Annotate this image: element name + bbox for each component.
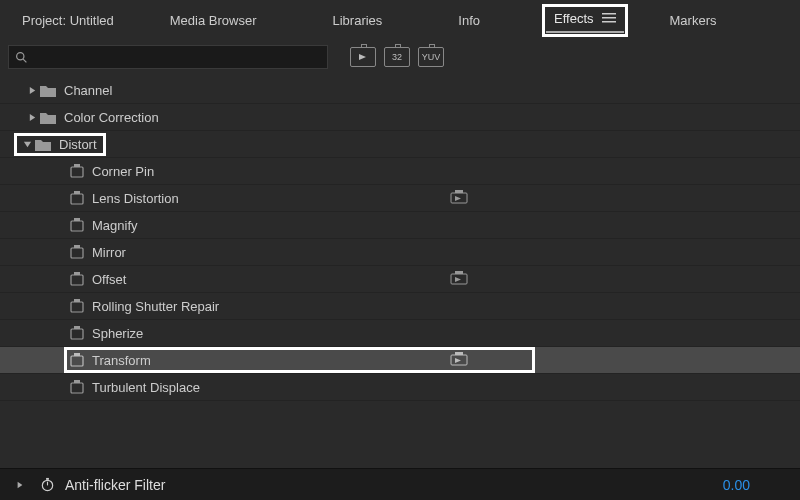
stopwatch-icon[interactable]: [40, 477, 55, 492]
svg-rect-25: [71, 302, 83, 312]
preset-icon: [70, 191, 84, 205]
svg-marker-6: [29, 86, 34, 93]
folder-channel[interactable]: Channel: [0, 77, 800, 104]
preset-icon: [70, 380, 84, 394]
svg-rect-26: [74, 299, 80, 302]
tab-info[interactable]: Info: [444, 7, 494, 34]
effect-label: Rolling Shutter Repair: [92, 299, 219, 314]
svg-rect-18: [71, 248, 83, 258]
svg-rect-1: [602, 17, 616, 19]
gpu-accel-icon: [450, 271, 468, 288]
svg-rect-19: [74, 245, 80, 248]
search-input[interactable]: [32, 46, 321, 68]
tab-project[interactable]: Project: Untitled: [8, 7, 128, 34]
panel-tab-bar: Project: Untitled Media Browser Librarie…: [0, 0, 800, 41]
property-label: Anti-flicker Filter: [65, 477, 723, 493]
svg-rect-23: [455, 271, 463, 274]
svg-rect-2: [602, 21, 616, 23]
preset-icon: [70, 299, 84, 313]
svg-rect-14: [455, 190, 463, 193]
folder-label: Distort: [59, 137, 97, 152]
svg-rect-35: [74, 380, 80, 383]
tab-libraries[interactable]: Libraries: [318, 7, 396, 34]
effect-lens-distortion[interactable]: Lens Distortion: [0, 185, 800, 212]
folder-label: Channel: [64, 83, 112, 98]
effect-rolling-shutter-repair[interactable]: Rolling Shutter Repair: [0, 293, 800, 320]
svg-rect-30: [74, 353, 80, 356]
svg-marker-8: [23, 141, 30, 146]
svg-rect-29: [71, 356, 83, 366]
gpu-accel-icon: [450, 190, 468, 207]
svg-rect-17: [74, 218, 80, 221]
chevron-down-icon: [19, 140, 35, 149]
effect-controls-row: Anti-flicker Filter 0.00: [0, 468, 800, 500]
tab-media-browser[interactable]: Media Browser: [156, 7, 271, 34]
svg-rect-32: [455, 352, 463, 355]
svg-marker-5: [359, 54, 366, 60]
svg-rect-38: [46, 478, 49, 480]
effect-label: Turbulent Displace: [92, 380, 200, 395]
effect-transform[interactable]: Transform: [0, 347, 800, 374]
search-toolbar: 32 YUV: [0, 41, 800, 77]
gpu-accel-icon: [450, 352, 468, 369]
preset-icon: [70, 164, 84, 178]
property-value[interactable]: 0.00: [723, 477, 750, 493]
svg-rect-9: [71, 167, 83, 177]
effect-label: Corner Pin: [92, 164, 154, 179]
svg-rect-28: [74, 326, 80, 329]
effects-tree: Channel Color Correction Distort Corner …: [0, 77, 800, 401]
effect-spherize[interactable]: Spherize: [0, 320, 800, 347]
filter-32bit-icon[interactable]: 32: [384, 47, 410, 67]
svg-marker-36: [18, 481, 23, 487]
svg-point-3: [17, 52, 24, 59]
effect-corner-pin[interactable]: Corner Pin: [0, 158, 800, 185]
effect-label: Offset: [92, 272, 126, 287]
svg-rect-11: [71, 194, 83, 204]
tab-markers[interactable]: Markers: [656, 7, 731, 34]
svg-line-4: [23, 59, 26, 62]
folder-distort[interactable]: Distort: [0, 131, 800, 158]
preset-icon: [70, 353, 84, 367]
effect-label: Mirror: [92, 245, 126, 260]
svg-marker-24: [455, 277, 461, 282]
filter-accelerated-icon[interactable]: [350, 47, 376, 67]
folder-color-correction[interactable]: Color Correction: [0, 104, 800, 131]
svg-marker-7: [29, 113, 34, 120]
effect-label: Magnify: [92, 218, 138, 233]
filter-yuv-icon[interactable]: YUV: [418, 47, 444, 67]
folder-icon: [40, 111, 56, 124]
folder-icon: [35, 138, 51, 151]
panel-menu-icon[interactable]: [602, 11, 616, 26]
effect-mirror[interactable]: Mirror: [0, 239, 800, 266]
svg-rect-27: [71, 329, 83, 339]
preset-icon: [70, 272, 84, 286]
effect-magnify[interactable]: Magnify: [0, 212, 800, 239]
effect-label: Transform: [92, 353, 151, 368]
preset-icon: [70, 326, 84, 340]
chevron-right-icon[interactable]: [10, 481, 30, 489]
svg-marker-33: [455, 358, 461, 363]
tab-effects[interactable]: Effects: [554, 11, 594, 26]
effect-label: Lens Distortion: [92, 191, 179, 206]
chevron-right-icon: [24, 113, 40, 122]
folder-label: Color Correction: [64, 110, 159, 125]
search-icon: [15, 51, 28, 64]
effect-turbulent-displace[interactable]: Turbulent Displace: [0, 374, 800, 401]
svg-rect-10: [74, 164, 80, 167]
svg-rect-12: [74, 191, 80, 194]
effect-label: Spherize: [92, 326, 143, 341]
svg-rect-16: [71, 221, 83, 231]
search-box[interactable]: [8, 45, 328, 69]
svg-rect-0: [602, 13, 616, 15]
preset-icon: [70, 245, 84, 259]
preset-icon: [70, 218, 84, 232]
svg-rect-20: [71, 275, 83, 285]
svg-marker-15: [455, 196, 461, 201]
svg-rect-21: [74, 272, 80, 275]
effect-offset[interactable]: Offset: [0, 266, 800, 293]
svg-rect-34: [71, 383, 83, 393]
chevron-right-icon: [24, 86, 40, 95]
folder-icon: [40, 84, 56, 97]
